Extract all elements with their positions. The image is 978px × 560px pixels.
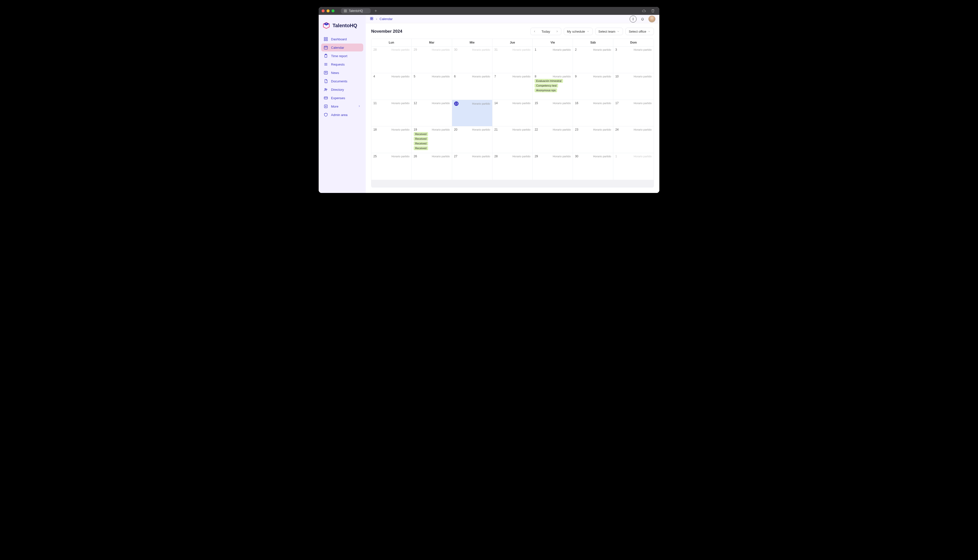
- calendar-event[interactable]: Received: [414, 142, 428, 145]
- calendar-day-cell[interactable]: 29Horario partido: [533, 153, 573, 180]
- calendar-day-cell[interactable]: 4Horario partido: [371, 73, 412, 100]
- calendar-day-cell[interactable]: 19Horario partidoReceivedReceivedReceive…: [412, 127, 452, 153]
- calendar-day-cell[interactable]: 8Horario partidoEvaluación trimestralCom…: [533, 73, 573, 100]
- chevron-right-icon: [358, 105, 361, 108]
- shift-label: Horario partido: [432, 155, 450, 158]
- calendar-event[interactable]: Received: [414, 146, 428, 150]
- calendar-day-cell[interactable]: 28Horario partido: [371, 47, 412, 73]
- shift-label: Horario partido: [391, 155, 410, 158]
- trash-icon[interactable]: [649, 9, 656, 13]
- sidebar-item-label: Requests: [331, 63, 344, 66]
- day-number: 14: [495, 102, 498, 105]
- office-select[interactable]: Select office: [625, 28, 654, 35]
- shift-label: Horario partido: [432, 75, 450, 78]
- calendar-event[interactable]: Received: [414, 132, 428, 136]
- calendar-day-cell[interactable]: 5Horario partido: [412, 73, 452, 100]
- notifications-button[interactable]: [639, 16, 646, 23]
- shift-label: Horario partido: [634, 128, 652, 131]
- breadcrumb-current[interactable]: Calendar: [379, 17, 393, 21]
- calendar-day-cell[interactable]: 15Horario partido: [533, 100, 573, 127]
- calendar-day-cell[interactable]: 20Horario partido: [452, 127, 493, 153]
- page-title: November 2024: [371, 29, 402, 34]
- sidebar-item-more[interactable]: More: [321, 102, 363, 110]
- schedule-select[interactable]: My schedule: [564, 28, 593, 35]
- calendar-day-cell[interactable]: 9Horario partido: [573, 73, 613, 100]
- day-number: 16: [575, 102, 578, 105]
- calendar-day-cell[interactable]: 13Horario partido: [452, 100, 493, 127]
- calendar-day-cell[interactable]: 21Horario partido: [493, 127, 533, 153]
- shift-label: Horario partido: [634, 75, 652, 78]
- calendar-day-cell[interactable]: 28Horario partido: [493, 153, 533, 180]
- sidebar-item-label: Directory: [331, 88, 344, 92]
- calendar-event[interactable]: Received: [414, 137, 428, 141]
- svg-point-20: [326, 89, 327, 90]
- day-number: 31: [495, 48, 498, 52]
- sidebar-item-news[interactable]: News: [321, 69, 363, 77]
- day-number: 17: [615, 102, 619, 105]
- calendar-day-cell[interactable]: 17Horario partido: [613, 100, 654, 127]
- day-number: 25: [373, 155, 376, 158]
- today-button[interactable]: Today: [538, 30, 553, 33]
- sidebar-item-expenses[interactable]: Expenses: [321, 94, 363, 102]
- calendar-day-cell[interactable]: 2Horario partido: [573, 47, 613, 73]
- shift-label: Horario partido: [634, 48, 652, 51]
- avatar[interactable]: [649, 16, 655, 23]
- window-close-button[interactable]: [322, 9, 324, 12]
- breadcrumb-bar: › Calendar: [366, 15, 659, 23]
- calendar-day-cell[interactable]: 3Horario partido: [613, 47, 654, 73]
- sidebar-item-directory[interactable]: Directory: [321, 86, 363, 93]
- next-month-button[interactable]: [553, 28, 561, 35]
- calendar-day-cell[interactable]: 16Horario partido: [573, 100, 613, 127]
- calendar-day-cell[interactable]: 23Horario partido: [573, 127, 613, 153]
- sidebar-item-label: Expenses: [331, 96, 345, 100]
- calendar-day-cell[interactable]: 12Horario partido: [412, 100, 452, 127]
- sidebar-item-timereport[interactable]: Time report: [321, 52, 363, 60]
- shift-label: Horario partido: [513, 102, 531, 105]
- breadcrumb-home-icon[interactable]: [369, 17, 374, 22]
- calendar-event[interactable]: Evaluación trimestral: [535, 79, 563, 83]
- calendar-day-cell[interactable]: 27Horario partido: [452, 153, 493, 180]
- sidebar-item-dashboard[interactable]: Dashboard: [321, 35, 363, 43]
- calendar-day-cell[interactable]: 11Horario partido: [371, 100, 412, 127]
- cloud-sync-icon[interactable]: [640, 9, 647, 13]
- calendar-day-cell[interactable]: 10Horario partido: [613, 73, 654, 100]
- app-logo[interactable]: TalentoHQ: [321, 22, 363, 35]
- new-tab-button[interactable]: +: [373, 9, 379, 13]
- day-number: 30: [575, 155, 578, 158]
- more-actions-button[interactable]: [630, 16, 637, 23]
- sidebar-item-requests[interactable]: Requests: [321, 60, 363, 68]
- day-number: 4: [373, 75, 375, 78]
- calendar-day-cell[interactable]: 1Horario partido: [613, 153, 654, 180]
- calendar-day-cell[interactable]: 31Horario partido: [493, 47, 533, 73]
- sidebar-item-admin[interactable]: Admin area: [321, 111, 363, 119]
- calendar-day-cell[interactable]: 7Horario partido: [493, 73, 533, 100]
- prev-month-button[interactable]: [531, 28, 538, 35]
- svg-rect-26: [370, 17, 372, 18]
- window-minimize-button[interactable]: [327, 9, 329, 12]
- day-number: 10: [615, 75, 619, 78]
- calendar-event[interactable]: Competency test: [535, 83, 558, 88]
- calendar-day-cell[interactable]: 30Horario partido: [452, 47, 493, 73]
- calendar-day-cell[interactable]: 30Horario partido: [573, 153, 613, 180]
- calendar-day-cell[interactable]: 29Horario partido: [412, 47, 452, 73]
- window-maximize-button[interactable]: [331, 9, 334, 12]
- calendar-event[interactable]: Anonymous nps: [535, 88, 557, 92]
- tab-title: TalentoHQ: [349, 9, 363, 13]
- day-number: 9: [575, 75, 577, 78]
- calendar-day-cell[interactable]: 18Horario partido: [371, 127, 412, 153]
- clipboard-icon: [324, 54, 328, 58]
- users-icon: [324, 87, 328, 92]
- team-select[interactable]: Select team: [595, 28, 623, 35]
- sidebar-item-calendar[interactable]: Calendar: [321, 43, 363, 52]
- browser-tab[interactable]: TalentoHQ: [341, 8, 371, 13]
- shift-label: Horario partido: [553, 48, 571, 51]
- calendar-day-cell[interactable]: 24Horario partido: [613, 127, 654, 153]
- calendar-day-cell[interactable]: 6Horario partido: [452, 73, 493, 100]
- calendar-day-cell[interactable]: 26Horario partido: [412, 153, 452, 180]
- calendar-day-cell[interactable]: 14Horario partido: [493, 100, 533, 127]
- calendar-day-cell[interactable]: 22Horario partido: [533, 127, 573, 153]
- calendar-day-cell[interactable]: 25Horario partido: [371, 153, 412, 180]
- sidebar-item-documents[interactable]: Documents: [321, 77, 363, 85]
- calendar-day-cell[interactable]: 1Horario partido: [533, 47, 573, 73]
- svg-rect-29: [372, 18, 373, 20]
